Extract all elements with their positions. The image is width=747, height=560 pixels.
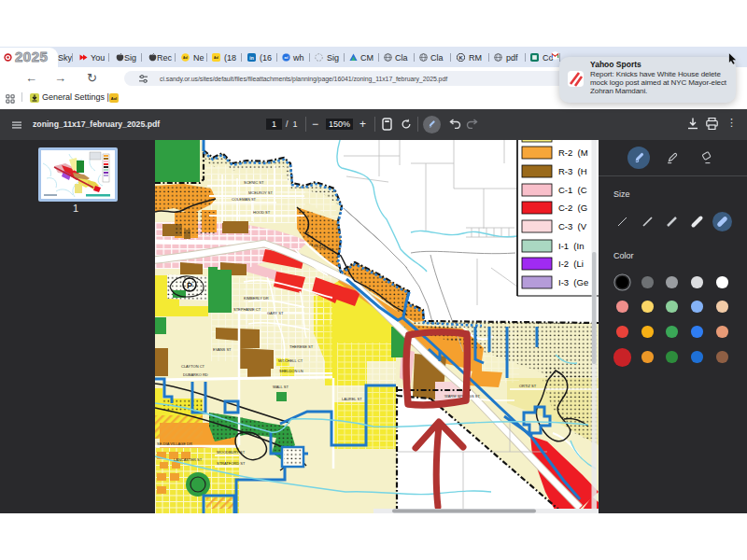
svg-text:SE-DIA VILLAGE DR: SE-DIA VILLAGE DR	[157, 441, 192, 446]
svg-text:SCENIC ST: SCENIC ST	[244, 180, 264, 185]
svg-text:aol: aol	[284, 56, 288, 60]
svg-text:HOOD ST: HOOD ST	[253, 210, 271, 215]
svg-text:LANCASTER ST: LANCASTER ST	[174, 457, 203, 462]
svg-text:C-3 (V: C-3 (V	[558, 221, 587, 231]
svg-text:C-1 (C: C-1 (C	[558, 185, 587, 195]
svg-text:COLEMAN ST: COLEMAN ST	[232, 197, 257, 202]
svg-text:KIMBERLY DR: KIMBERLY DR	[244, 296, 269, 301]
svg-text:C-2 (G: C-2 (G	[558, 203, 587, 213]
svg-text:Aol: Aol	[111, 96, 117, 101]
svg-text:STEPHANIE CT: STEPHANIE CT	[233, 307, 261, 312]
svg-text:R-3 (H: R-3 (H	[558, 166, 587, 176]
svg-text:GARY ST: GARY ST	[267, 311, 284, 315]
svg-text:WOODBURY ST: WOODBURY ST	[217, 450, 246, 455]
svg-text:LAUREL ST: LAUREL ST	[342, 397, 362, 401]
svg-text:R-2 (M: R-2 (M	[558, 147, 588, 158]
svg-text:WALL ST: WALL ST	[273, 385, 289, 389]
svg-text:THERESE ST: THERESE ST	[289, 344, 314, 349]
svg-text:STRATFORD ST: STRATFORD ST	[217, 461, 246, 466]
svg-text:MCELROY ST: MCELROY ST	[248, 190, 273, 195]
svg-text:I-1 (In: I-1 (In	[558, 241, 584, 251]
svg-text:DUBARKO RD: DUBARKO RD	[183, 372, 208, 377]
svg-text:P: P	[187, 281, 192, 290]
svg-text:ORTIZ ST: ORTIZ ST	[519, 384, 537, 388]
svg-text:in: in	[249, 56, 253, 61]
svg-text:EVANS ST: EVANS ST	[213, 347, 232, 352]
svg-text:SHELDON LN: SHELDON LN	[279, 369, 303, 373]
svg-text:Aol: Aol	[183, 56, 188, 60]
svg-text:I-3 (Ge: I-3 (Ge	[558, 277, 588, 287]
svg-text:K: K	[458, 55, 463, 61]
svg-text:MITCHELL CT: MITCHELL CT	[278, 358, 303, 363]
svg-text:Aol: Aol	[214, 56, 218, 60]
svg-text:I-2 (Li: I-2 (Li	[558, 259, 584, 269]
svg-text:CLAYTON CT: CLAYTON CT	[181, 364, 205, 369]
